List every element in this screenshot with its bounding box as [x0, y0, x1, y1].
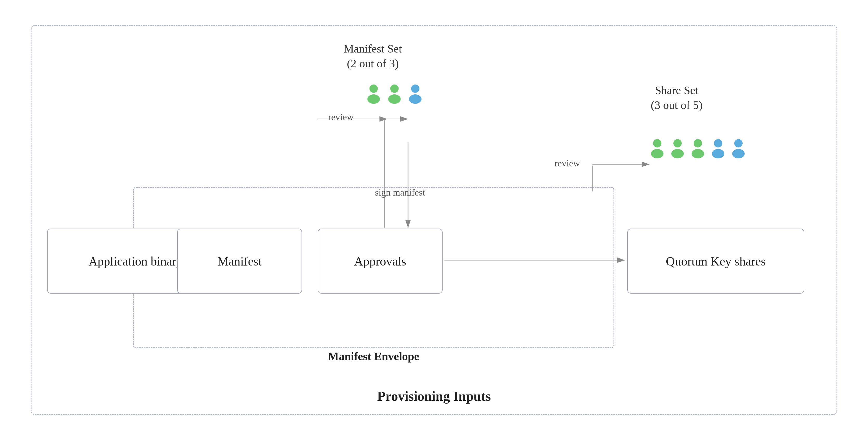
app-binary-label: Application binary [89, 254, 182, 268]
svg-point-19 [691, 149, 704, 158]
svg-point-15 [651, 149, 663, 158]
svg-point-11 [388, 94, 401, 104]
svg-point-10 [390, 84, 399, 93]
svg-point-12 [411, 84, 420, 93]
review-quorum-label: review [555, 158, 580, 169]
svg-point-16 [673, 139, 682, 147]
share-set-title: Share Set (3 out of 5) [651, 83, 703, 112]
outer-container: Manifest Set (2 out of 3) Share Set [31, 25, 837, 415]
quorum-label: Quorum Key shares [666, 254, 766, 268]
manifest-set-persons [365, 83, 424, 104]
svg-point-17 [671, 149, 684, 158]
manifest-envelope-label: Manifest Envelope [328, 350, 420, 363]
review-manifest-label: review [328, 111, 353, 123]
person-icon-green-2 [385, 83, 404, 104]
quorum-box: Quorum Key shares [627, 229, 804, 294]
svg-point-8 [369, 84, 378, 93]
svg-point-9 [367, 94, 380, 104]
person-icon-green-3 [648, 138, 666, 158]
manifest-label: Manifest [218, 254, 262, 268]
share-set-persons [648, 138, 747, 158]
person-icon-green-4 [669, 138, 687, 158]
svg-point-13 [409, 94, 422, 104]
svg-point-14 [653, 139, 661, 147]
svg-point-21 [712, 149, 724, 158]
approvals-label: Approvals [354, 254, 406, 268]
manifest-box: Manifest [177, 229, 302, 294]
diagram-area: Manifest Set (2 out of 3) Share Set [31, 26, 837, 414]
provisioning-label: Provisioning Inputs [377, 388, 491, 404]
person-icon-blue-1 [406, 83, 424, 104]
person-icon-blue-2 [709, 138, 727, 158]
svg-point-18 [694, 139, 702, 147]
manifest-set-title: Manifest Set (2 out of 3) [344, 41, 402, 71]
approvals-box: Approvals [318, 229, 442, 294]
svg-point-23 [732, 149, 745, 158]
svg-point-22 [734, 139, 743, 147]
person-icon-blue-3 [729, 138, 747, 158]
person-icon-green-5 [689, 138, 707, 158]
svg-point-20 [714, 139, 722, 147]
person-icon-green-1 [365, 83, 383, 104]
